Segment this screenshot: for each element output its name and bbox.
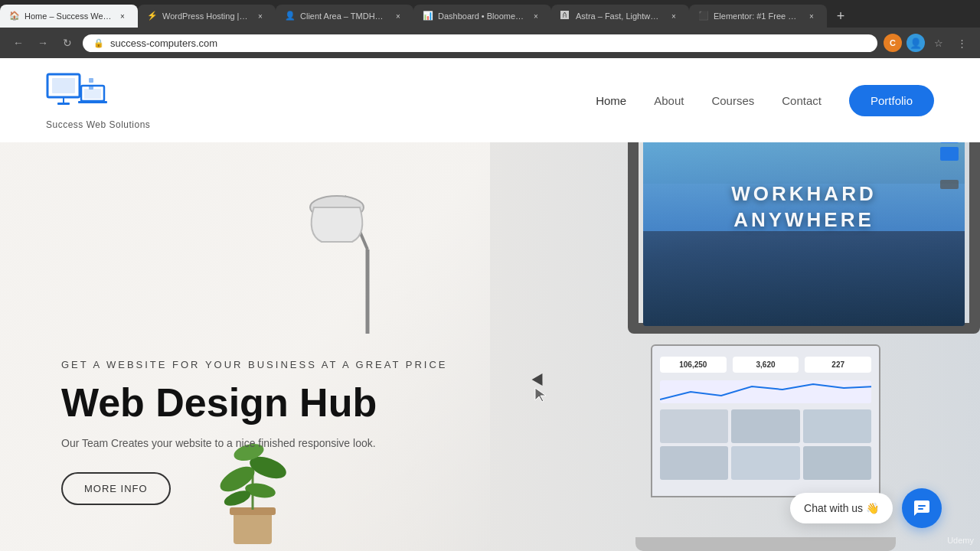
udemy-watermark: Udemy [947, 536, 974, 545]
stat-1: 106,250 [660, 357, 727, 373]
browser-chrome: 🏠 Home – Success Web... × ⚡ WordPress Ho… [0, 0, 980, 58]
logo-text: Success Web Solutions [46, 119, 150, 130]
menu-icon[interactable]: ⋮ [952, 34, 971, 52]
tab-bar: 🏠 Home – Success Web... × ⚡ WordPress Ho… [0, 0, 980, 28]
logo-svg [46, 70, 107, 116]
tab-close-6[interactable]: × [805, 10, 818, 22]
hero-content: Get A Website For Your Business At A Gre… [61, 359, 448, 505]
hero-title: Web Design Hub [61, 381, 448, 425]
nav-about[interactable]: About [654, 94, 684, 107]
tab-label-6: Elementor: #1 Free We... [714, 11, 801, 21]
hero-subtitle: Get A Website For Your Business At A Gre… [61, 359, 448, 370]
tab-favicon-4: 📊 [423, 11, 433, 21]
tab-favicon-6: ⬛ [698, 11, 709, 21]
tab-label-4: Dashboard • Bloomee... [438, 11, 525, 21]
monitor-text: WORKHARDANYWHERE [731, 181, 876, 233]
nav-courses[interactable]: Courses [711, 94, 754, 107]
logo-area: Success Web Solutions [46, 70, 150, 130]
address-bar: ← → ↻ 🔒 success-computers.com C 👤 ☆ ⋮ [0, 28, 980, 58]
svg-rect-7 [89, 78, 93, 83]
portfolio-button[interactable]: Portfolio [849, 85, 934, 116]
chat-button[interactable] [902, 488, 942, 528]
tab-4[interactable]: 📊 Dashboard • Bloomee... × [413, 5, 551, 28]
tab-close-4[interactable]: × [530, 10, 542, 22]
tab-5[interactable]: 🅰 Astra – Fast, Lightweig... × [551, 5, 689, 28]
extensions-icon[interactable]: C [884, 34, 902, 52]
browser-toolbar-icons: C 👤 ☆ ⋮ [884, 34, 971, 52]
nav-home[interactable]: Home [596, 94, 626, 107]
tab-label-3: Client Area – TMDHost... [300, 11, 387, 21]
chat-widget: Chat with us 👋 [790, 488, 942, 528]
more-info-button[interactable]: MORE INFO [61, 472, 171, 505]
svg-rect-3 [57, 103, 70, 105]
hero-description: Our Team Creates your website to a nice … [61, 437, 383, 449]
new-tab-button[interactable]: + [830, 5, 851, 27]
url-bar[interactable]: 🔒 success-computers.com [83, 34, 877, 52]
tab-label-1: Home – Success Web... [24, 11, 112, 21]
tab-favicon-5: 🅰 [560, 11, 571, 21]
tab-favicon-1: 🏠 [9, 11, 20, 21]
lamp-svg [299, 150, 436, 334]
forward-button[interactable]: → [34, 34, 52, 52]
tab-favicon-3: 👤 [285, 11, 296, 21]
tab-1[interactable]: 🏠 Home – Success Web... × [0, 5, 138, 28]
site-nav: Home About Courses Contact Portfolio [596, 85, 934, 116]
svg-rect-8 [89, 85, 93, 90]
bookmark-icon[interactable]: ☆ [929, 34, 948, 52]
tab-close-2[interactable]: × [254, 10, 266, 22]
svg-rect-6 [78, 101, 107, 103]
laptop-base [635, 537, 896, 551]
tab-close-5[interactable]: × [668, 10, 680, 22]
lock-icon: 🔒 [93, 38, 104, 48]
tab-label-2: WordPress Hosting | F... [162, 11, 250, 21]
chat-icon [913, 499, 931, 517]
logo-icon [46, 70, 107, 116]
tab-label-5: Astra – Fast, Lightweig... [576, 11, 663, 21]
chat-bubble[interactable]: Chat with us 👋 [790, 493, 893, 523]
svg-rect-20 [918, 505, 926, 507]
svg-rect-1 [52, 78, 75, 93]
url-text: success-computers.com [110, 37, 217, 49]
laptop-screen: 106,250 3,620 227 [651, 344, 880, 497]
site-header: Success Web Solutions Home About Courses… [0, 58, 980, 142]
tab-close-1[interactable]: × [116, 10, 129, 22]
lamp-decoration [299, 150, 436, 337]
tab-2[interactable]: ⚡ WordPress Hosting | F... × [138, 5, 276, 28]
svg-rect-5 [84, 89, 101, 99]
nav-contact[interactable]: Contact [782, 94, 822, 107]
tab-favicon-2: ⚡ [147, 11, 158, 21]
svg-rect-21 [918, 508, 923, 510]
tab-3[interactable]: 👤 Client Area – TMDHost... × [276, 5, 413, 28]
stat-2: 3,620 [733, 357, 799, 373]
reload-button[interactable]: ↻ [58, 34, 77, 52]
stat-3: 227 [805, 357, 871, 373]
website-content: Success Web Solutions Home About Courses… [0, 58, 980, 551]
tab-close-3[interactable]: × [392, 10, 404, 22]
profile-icon[interactable]: 👤 [906, 34, 925, 52]
back-button[interactable]: ← [9, 34, 28, 52]
tab-6[interactable]: ⬛ Elementor: #1 Free We... × [689, 5, 827, 28]
